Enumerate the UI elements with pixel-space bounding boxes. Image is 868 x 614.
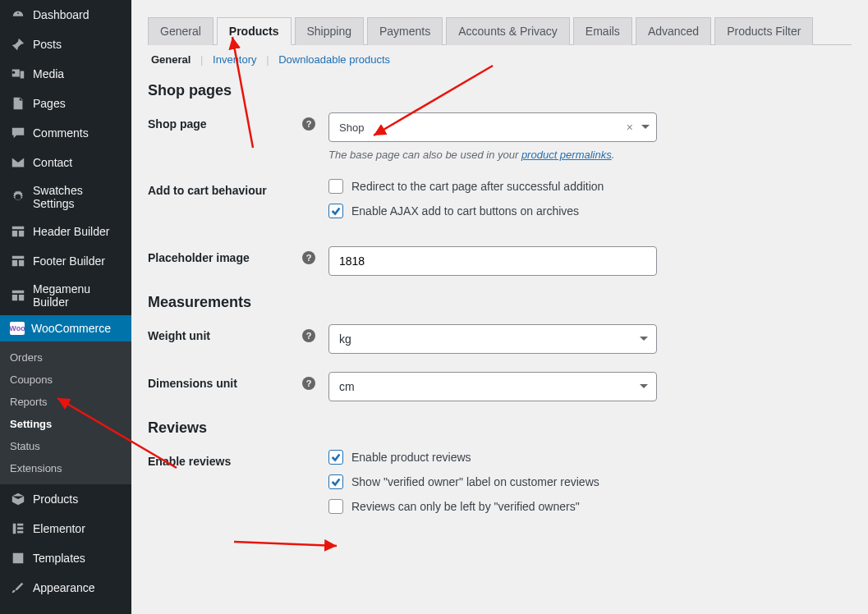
menu-posts[interactable]: Posts (0, 30, 131, 59)
subtab-general[interactable]: General (148, 53, 194, 66)
comment-icon (10, 125, 26, 141)
weight-select[interactable]: kg (328, 324, 657, 354)
annotation-arrow (230, 534, 345, 558)
menu-comments[interactable]: Comments (0, 118, 131, 148)
grid-icon (10, 253, 26, 269)
menu-products[interactable]: Products (0, 484, 131, 514)
menu-woocommerce[interactable]: WooWooCommerce (0, 315, 131, 341)
shop-page-desc: The base page can also be used in your p… (328, 149, 673, 161)
checkbox-enable-reviews[interactable] (328, 450, 343, 465)
sub-reports[interactable]: Reports (0, 391, 131, 413)
tab-shipping[interactable]: Shipping (295, 17, 365, 45)
help-icon[interactable]: ? (302, 329, 315, 342)
grid-icon (10, 223, 26, 240)
placeholder-input[interactable] (328, 246, 657, 276)
template-icon (10, 550, 26, 566)
tab-products[interactable]: Products (217, 17, 292, 45)
tab-emails[interactable]: Emails (573, 17, 632, 45)
sub-status[interactable]: Status (0, 435, 131, 457)
gear-icon (10, 189, 26, 205)
chevron-down-icon (640, 337, 648, 345)
brush-icon (10, 580, 26, 596)
label-redirect: Redirect to the cart page after successf… (351, 180, 604, 193)
media-icon (10, 66, 26, 82)
label-dimensions: Dimensions unit? (148, 372, 328, 390)
help-icon[interactable]: ? (302, 377, 315, 390)
label-weight: Weight unit? (148, 324, 328, 342)
label-placeholder: Placeholder image? (148, 246, 328, 264)
admin-sidebar: Dashboard Posts Media Pages Comments Con… (0, 0, 131, 614)
shop-page-select[interactable]: Shop × (328, 112, 657, 142)
tab-products-filter[interactable]: Products Filter (714, 17, 813, 45)
tab-general[interactable]: General (148, 17, 214, 45)
menu-elementor[interactable]: Elementor (0, 514, 131, 543)
grid-icon (10, 287, 26, 304)
label-enable-reviews: Enable product reviews (351, 451, 471, 464)
menu-footer-builder[interactable]: Footer Builder (0, 246, 131, 276)
menu-templates[interactable]: Templates (0, 543, 131, 573)
pin-icon (10, 36, 26, 53)
dimensions-select[interactable]: cm (328, 372, 657, 401)
main-content: General Products Shipping Payments Accou… (131, 0, 868, 614)
label-shop-page: Shop page? (148, 112, 328, 131)
chevron-down-icon (641, 125, 650, 133)
subtab-downloadable[interactable]: Downloadable products (275, 53, 393, 66)
settings-tabs: General Products Shipping Payments Accou… (148, 16, 852, 45)
menu-swatches[interactable]: Swatches Settings (0, 177, 131, 217)
sub-orders[interactable]: Orders (0, 346, 131, 369)
chevron-down-icon (640, 384, 648, 392)
woo-icon: Woo (10, 322, 25, 335)
tab-advanced[interactable]: Advanced (636, 17, 711, 45)
section-measurements: Measurements (148, 294, 852, 311)
tab-accounts[interactable]: Accounts & Privacy (446, 17, 570, 45)
section-shop-pages: Shop pages (148, 82, 852, 99)
sub-settings[interactable]: Settings (0, 413, 131, 435)
menu-media[interactable]: Media (0, 59, 131, 89)
svg-line-3 (234, 542, 337, 546)
label-enable-reviews: Enable reviews (148, 450, 328, 468)
help-icon[interactable]: ? (302, 251, 315, 264)
products-subtabs: General | Inventory | Downloadable produ… (148, 53, 852, 66)
menu-header-builder[interactable]: Header Builder (0, 217, 131, 246)
label-verified-label: Show "verified owner" label on customer … (351, 475, 599, 488)
label-verified-only: Reviews can only be left by "verified ow… (351, 500, 580, 513)
label-add-to-cart: Add to cart behaviour (148, 179, 328, 197)
checkbox-ajax[interactable] (328, 204, 343, 218)
label-ajax: Enable AJAX add to cart buttons on archi… (351, 204, 579, 218)
checkbox-verified-only[interactable] (328, 499, 343, 514)
box-icon (10, 491, 26, 507)
menu-dashboard[interactable]: Dashboard (0, 0, 131, 30)
sub-coupons[interactable]: Coupons (0, 369, 131, 391)
sub-extensions[interactable]: Extensions (0, 457, 131, 479)
help-icon[interactable]: ? (302, 117, 315, 131)
elementor-icon (10, 520, 26, 537)
clear-icon[interactable]: × (627, 121, 633, 134)
checkbox-redirect[interactable] (328, 179, 343, 194)
section-reviews: Reviews (148, 419, 852, 437)
mail-icon (10, 154, 26, 171)
checkbox-verified-label[interactable] (328, 474, 343, 489)
dashboard-icon (10, 7, 26, 23)
submenu-woocommerce: Orders Coupons Reports Settings Status E… (0, 341, 131, 484)
menu-pages[interactable]: Pages (0, 89, 131, 118)
subtab-inventory[interactable]: Inventory (209, 53, 259, 66)
menu-contact[interactable]: Contact (0, 148, 131, 177)
permalinks-link[interactable]: product permalinks (521, 149, 612, 161)
menu-megamenu[interactable]: Megamenu Builder (0, 276, 131, 315)
tab-payments[interactable]: Payments (367, 17, 443, 45)
menu-appearance[interactable]: Appearance (0, 573, 131, 603)
page-icon (10, 95, 26, 112)
